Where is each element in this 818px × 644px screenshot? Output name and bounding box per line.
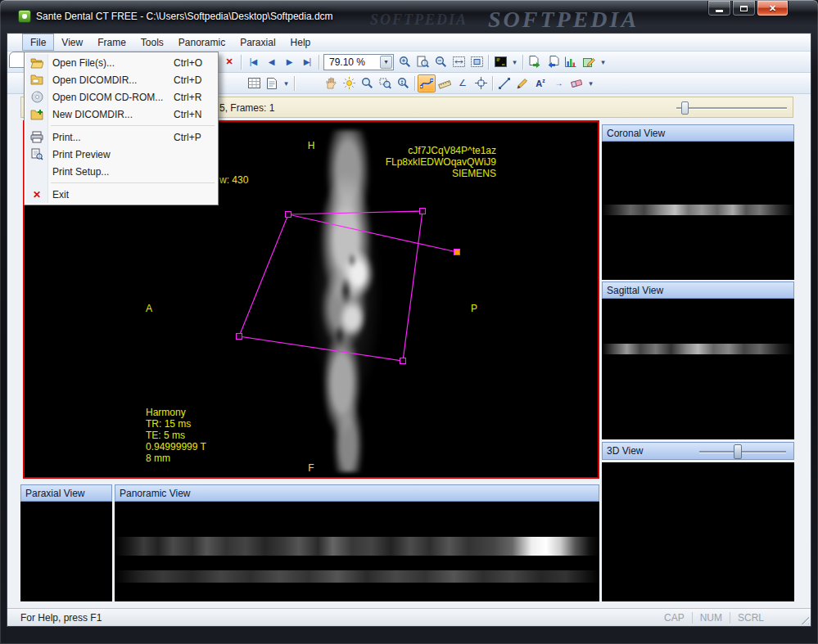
close-series-button[interactable]: ✕ — [220, 53, 238, 71]
tools-dropdown-button[interactable]: ▾ — [585, 74, 596, 92]
sagittal-view-canvas[interactable] — [602, 299, 794, 439]
zoom-combo[interactable]: 79.10 % ▾ — [323, 54, 394, 70]
panoramic-view-canvas[interactable] — [115, 502, 599, 601]
fit-screen-button[interactable] — [468, 53, 486, 71]
app-icon[interactable] — [18, 10, 31, 23]
menu-item-open-dicomdir[interactable]: Open DICOMDIR... Ctrl+D — [26, 71, 216, 88]
menu-item-exit[interactable]: ✕ Exit — [26, 186, 216, 203]
menu-item-open-dicom-cdrom[interactable]: Open DICOM CD-ROM... Ctrl+R — [26, 88, 216, 106]
sagittal-view-header: Sagittal View — [602, 281, 794, 299]
chevron-down-icon[interactable]: ▾ — [380, 56, 392, 69]
minimize-button[interactable] — [707, 1, 731, 16]
pencil-icon — [517, 78, 528, 89]
toolbar-options-button[interactable]: ▾ — [598, 53, 608, 71]
text-annotation-button[interactable]: Az — [531, 74, 549, 92]
coronal-view-canvas[interactable] — [602, 142, 794, 280]
first-frame-button[interactable]: |◀ — [244, 53, 262, 71]
menu-view[interactable]: View — [54, 34, 90, 51]
pencil-button[interactable] — [513, 74, 531, 92]
zoom-in-button[interactable] — [395, 53, 414, 71]
sun-icon — [343, 77, 355, 89]
overlay-toggle-button[interactable] — [491, 53, 509, 71]
zoom-page-button[interactable] — [414, 53, 432, 71]
title-bar[interactable]: SOFTPEDIA SOFTPEDIA Sante Dental CT FREE… — [0, 0, 818, 34]
dicom-info-button[interactable] — [263, 74, 281, 92]
edit-image-button[interactable] — [580, 53, 598, 71]
pan-button[interactable] — [322, 74, 340, 92]
magnify-button[interactable] — [358, 74, 376, 92]
green-edit-icon — [583, 56, 595, 68]
line-button[interactable] — [495, 74, 513, 92]
roi-handle[interactable] — [420, 209, 426, 214]
status-help-text: For Help, press F1 — [7, 612, 102, 624]
panoramic-strip-1 — [115, 537, 599, 556]
menu-panoramic[interactable]: Panoramic — [171, 34, 233, 51]
overlay-dropdown-button[interactable]: ▾ — [509, 53, 520, 71]
roi-handle[interactable] — [286, 212, 291, 218]
zoom-dynamic-button[interactable] — [394, 74, 412, 92]
ruler-button[interactable] — [436, 74, 454, 92]
last-frame-icon: ▶| — [304, 57, 310, 66]
page-icon — [267, 78, 277, 89]
toolbar-separator — [522, 55, 523, 70]
frame-slider[interactable] — [676, 107, 787, 109]
menu-file[interactable]: File — [22, 34, 54, 51]
menu-help[interactable]: Help — [283, 34, 319, 51]
import-image-button[interactable] — [544, 53, 562, 71]
angle-button[interactable]: ∠ — [454, 74, 472, 92]
menu-item-open-files[interactable]: Open File(s)... Ctrl+O — [26, 54, 216, 71]
eraser-button[interactable] — [567, 74, 585, 92]
threed-slider-thumb[interactable] — [734, 444, 742, 459]
import-page-icon — [547, 56, 559, 68]
maximize-button[interactable] — [732, 1, 756, 16]
menu-item-print[interactable]: Print... Ctrl+P — [26, 128, 216, 146]
magnifier-icon — [361, 77, 373, 89]
prev-frame-button[interactable]: ◀ — [262, 53, 280, 71]
layout-grid-button[interactable] — [245, 74, 263, 92]
threed-slider[interactable] — [699, 451, 786, 453]
first-frame-icon: |◀ — [250, 57, 256, 66]
chevron-down-icon: ▾ — [601, 58, 605, 66]
menu-item-print-setup[interactable]: Print Setup... — [26, 163, 216, 180]
roi-handle[interactable] — [400, 358, 406, 364]
paraxial-view-canvas[interactable] — [20, 502, 112, 601]
menu-frame[interactable]: Frame — [90, 34, 133, 51]
last-frame-button[interactable]: ▶| — [298, 53, 316, 71]
file-menu-popup: Open File(s)... Ctrl+O Open DICOMDIR... … — [24, 52, 219, 205]
fit-width-button[interactable] — [450, 53, 468, 71]
histogram-button[interactable] — [562, 53, 580, 71]
close-button[interactable]: ✕ — [757, 1, 789, 16]
next-frame-button[interactable]: ▶ — [280, 53, 298, 71]
zoom-out-button[interactable] — [432, 53, 450, 71]
menu-tools[interactable]: Tools — [133, 34, 171, 51]
screen: { "window": { "title": "Sante Dental CT … — [0, 0, 818, 644]
zoom-rect-icon — [379, 77, 391, 89]
open-folder-icon — [26, 57, 47, 69]
frame-slider-thumb[interactable] — [681, 101, 689, 115]
menu-paraxial[interactable]: Paraxial — [233, 34, 282, 51]
magnifier-page-icon — [417, 56, 429, 68]
resize-grip[interactable] — [798, 614, 809, 624]
menu-item-new-dicomdir[interactable]: New DICOMDIR... Ctrl+N — [26, 106, 216, 123]
threed-view-canvas[interactable] — [602, 462, 794, 601]
brightness-button[interactable] — [340, 74, 358, 92]
window-frame: SOFTPEDIA SOFTPEDIA Sante Dental CT FREE… — [0, 0, 818, 644]
zoom-rect-button[interactable] — [376, 74, 394, 92]
coronal-view-title: Coronal View — [607, 128, 665, 139]
arrow-icon: → — [555, 79, 563, 88]
menu-item-print-preview[interactable]: Print Preview — [26, 146, 216, 163]
zoom-in-icon — [399, 56, 411, 68]
panoramic-curve-button[interactable] — [418, 74, 436, 92]
layout-dropdown-button[interactable]: ▾ — [281, 74, 291, 92]
status-indicators: CAP NUM SCRL — [657, 612, 771, 624]
arrow-annotation-button[interactable]: → — [549, 74, 567, 92]
eraser-icon — [571, 78, 583, 88]
export-image-button[interactable] — [526, 53, 544, 71]
roi-handle[interactable] — [237, 334, 242, 340]
toolbar-separator — [492, 76, 493, 91]
frames-info: 5, Frames: 1 — [219, 102, 274, 114]
roi-handle-active[interactable] — [454, 250, 460, 255]
paraxial-view-title: Paraxial View — [25, 488, 84, 499]
ruler-icon — [438, 78, 451, 89]
crosshair-button[interactable] — [472, 74, 490, 92]
